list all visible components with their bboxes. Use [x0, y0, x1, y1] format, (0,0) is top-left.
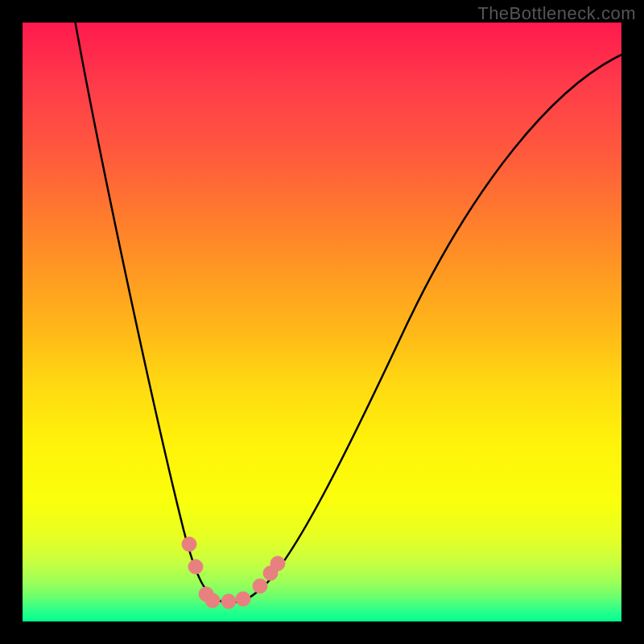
data-marker — [182, 537, 196, 551]
data-marker — [188, 559, 203, 574]
plot-area — [23, 23, 621, 621]
data-markers — [182, 537, 285, 609]
data-marker — [270, 556, 285, 571]
data-marker — [236, 592, 250, 606]
curve-svg — [23, 23, 621, 621]
data-marker — [253, 579, 267, 593]
data-marker — [205, 593, 220, 608]
bottleneck-curve — [72, 6, 621, 602]
watermark-text: TheBottleneck.com — [477, 3, 636, 24]
data-marker — [221, 594, 236, 609]
chart-frame: TheBottleneck.com — [0, 0, 644, 644]
